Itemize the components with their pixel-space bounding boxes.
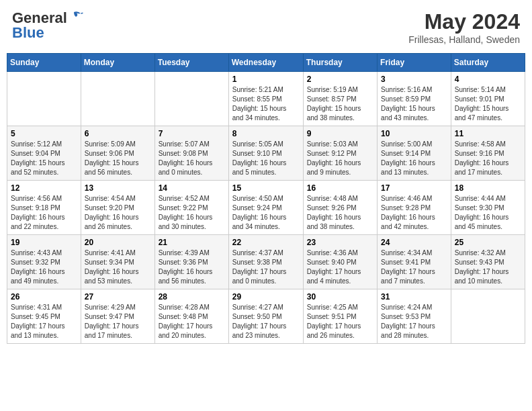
day-info: Sunrise: 4:41 AM Sunset: 9:34 PM Dayligh…: [85, 248, 151, 286]
day-info: Sunrise: 4:32 AM Sunset: 9:43 PM Dayligh…: [455, 248, 521, 286]
day-number: 27: [85, 292, 151, 302]
day-number: 10: [381, 129, 447, 138]
day-number: 28: [159, 292, 225, 302]
weekday-header-wednesday: Wednesday: [228, 54, 303, 72]
day-info: Sunrise: 4:34 AM Sunset: 9:41 PM Dayligh…: [381, 248, 447, 286]
day-number: 26: [11, 292, 77, 302]
weekday-header-thursday: Thursday: [303, 54, 377, 72]
day-info: Sunrise: 4:58 AM Sunset: 9:16 PM Dayligh…: [455, 140, 521, 177]
calendar-cell: 5Sunrise: 5:12 AM Sunset: 9:04 PM Daylig…: [7, 126, 81, 181]
calendar-cell: 9Sunrise: 5:03 AM Sunset: 9:12 PM Daylig…: [303, 126, 377, 181]
day-info: Sunrise: 4:27 AM Sunset: 9:50 PM Dayligh…: [232, 303, 300, 340]
day-info: Sunrise: 4:52 AM Sunset: 9:22 PM Dayligh…: [159, 194, 225, 232]
day-info: Sunrise: 5:03 AM Sunset: 9:12 PM Dayligh…: [307, 140, 373, 177]
day-number: 14: [159, 183, 225, 193]
day-info: Sunrise: 5:00 AM Sunset: 9:14 PM Dayligh…: [381, 140, 447, 177]
day-number: 3: [381, 75, 447, 84]
day-number: 29: [232, 292, 300, 302]
calendar-cell: 19Sunrise: 4:43 AM Sunset: 9:32 PM Dayli…: [7, 235, 81, 289]
day-number: 11: [455, 129, 521, 138]
day-number: 1: [232, 75, 300, 84]
day-number: 22: [232, 238, 300, 247]
calendar-cell: 7Sunrise: 5:07 AM Sunset: 9:08 PM Daylig…: [154, 126, 228, 181]
day-info: Sunrise: 5:07 AM Sunset: 9:08 PM Dayligh…: [159, 140, 225, 177]
day-number: 13: [85, 183, 151, 193]
logo: General Blue: [12, 9, 83, 42]
day-number: 21: [159, 238, 225, 247]
day-number: 15: [232, 183, 300, 193]
calendar-cell: 4Sunrise: 5:14 AM Sunset: 9:01 PM Daylig…: [451, 72, 525, 126]
day-info: Sunrise: 4:28 AM Sunset: 9:48 PM Dayligh…: [159, 303, 225, 340]
day-number: 17: [381, 183, 447, 193]
day-info: Sunrise: 5:16 AM Sunset: 8:59 PM Dayligh…: [381, 85, 447, 123]
calendar-week-row: 5Sunrise: 5:12 AM Sunset: 9:04 PM Daylig…: [7, 126, 525, 181]
day-info: Sunrise: 4:36 AM Sunset: 9:40 PM Dayligh…: [307, 248, 373, 286]
calendar-cell: 29Sunrise: 4:27 AM Sunset: 9:50 PM Dayli…: [228, 289, 303, 344]
calendar-cell: 31Sunrise: 4:24 AM Sunset: 9:53 PM Dayli…: [378, 289, 451, 344]
calendar-cell: 17Sunrise: 4:46 AM Sunset: 9:28 PM Dayli…: [378, 181, 451, 235]
calendar-cell: [451, 289, 525, 344]
calendar-cell: 12Sunrise: 4:56 AM Sunset: 9:18 PM Dayli…: [7, 181, 81, 235]
calendar-cell: [7, 72, 81, 126]
weekday-header-row: SundayMondayTuesdayWednesdayThursdayFrid…: [7, 54, 525, 72]
day-info: Sunrise: 5:14 AM Sunset: 9:01 PM Dayligh…: [455, 85, 521, 123]
day-number: 25: [455, 238, 521, 247]
calendar-cell: 20Sunrise: 4:41 AM Sunset: 9:34 PM Dayli…: [81, 235, 154, 289]
calendar-cell: 30Sunrise: 4:25 AM Sunset: 9:51 PM Dayli…: [303, 289, 377, 344]
day-number: 8: [232, 129, 300, 138]
day-info: Sunrise: 4:56 AM Sunset: 9:18 PM Dayligh…: [11, 194, 77, 232]
calendar-cell: 3Sunrise: 5:16 AM Sunset: 8:59 PM Daylig…: [378, 72, 451, 126]
calendar-cell: 14Sunrise: 4:52 AM Sunset: 9:22 PM Dayli…: [154, 181, 228, 235]
day-number: 7: [159, 129, 225, 138]
day-number: 9: [307, 129, 373, 138]
day-number: 30: [307, 292, 373, 302]
calendar-cell: 28Sunrise: 4:28 AM Sunset: 9:48 PM Dayli…: [154, 289, 228, 344]
calendar-cell: 10Sunrise: 5:00 AM Sunset: 9:14 PM Dayli…: [378, 126, 451, 181]
day-info: Sunrise: 4:50 AM Sunset: 9:24 PM Dayligh…: [232, 194, 300, 232]
day-number: 4: [455, 75, 521, 84]
day-info: Sunrise: 4:31 AM Sunset: 9:45 PM Dayligh…: [11, 303, 77, 340]
calendar-cell: 23Sunrise: 4:36 AM Sunset: 9:40 PM Dayli…: [303, 235, 377, 289]
weekday-header-friday: Friday: [378, 54, 451, 72]
weekday-header-tuesday: Tuesday: [154, 54, 228, 72]
calendar-cell: 21Sunrise: 4:39 AM Sunset: 9:36 PM Dayli…: [154, 235, 228, 289]
day-number: 18: [455, 183, 521, 193]
day-number: 6: [85, 129, 151, 138]
calendar-cell: 16Sunrise: 4:48 AM Sunset: 9:26 PM Dayli…: [303, 181, 377, 235]
day-number: 12: [11, 183, 77, 193]
day-info: Sunrise: 4:46 AM Sunset: 9:28 PM Dayligh…: [381, 194, 447, 232]
day-number: 23: [307, 238, 373, 247]
calendar-cell: 18Sunrise: 4:44 AM Sunset: 9:30 PM Dayli…: [451, 181, 525, 235]
calendar-table: SundayMondayTuesdayWednesdayThursdayFrid…: [7, 53, 525, 344]
month-title: May 2024: [408, 9, 520, 34]
calendar-cell: [81, 72, 154, 126]
title-section: May 2024 Frillesas, Halland, Sweden: [408, 9, 520, 45]
page-header: General Blue May 2024 Frillesas, Halland…: [7, 7, 525, 48]
day-info: Sunrise: 4:43 AM Sunset: 9:32 PM Dayligh…: [11, 248, 77, 286]
day-info: Sunrise: 5:19 AM Sunset: 8:57 PM Dayligh…: [307, 85, 373, 123]
day-number: 31: [381, 292, 447, 302]
calendar-cell: 25Sunrise: 4:32 AM Sunset: 9:43 PM Dayli…: [451, 235, 525, 289]
day-number: 20: [85, 238, 151, 247]
day-info: Sunrise: 5:21 AM Sunset: 8:55 PM Dayligh…: [232, 85, 300, 123]
day-info: Sunrise: 4:37 AM Sunset: 9:38 PM Dayligh…: [232, 248, 300, 286]
location-label: Frillesas, Halland, Sweden: [408, 34, 520, 45]
calendar-cell: 6Sunrise: 5:09 AM Sunset: 9:06 PM Daylig…: [81, 126, 154, 181]
day-info: Sunrise: 5:12 AM Sunset: 9:04 PM Dayligh…: [11, 140, 77, 177]
calendar-cell: 24Sunrise: 4:34 AM Sunset: 9:41 PM Dayli…: [378, 235, 451, 289]
day-info: Sunrise: 4:39 AM Sunset: 9:36 PM Dayligh…: [159, 248, 225, 286]
day-number: 19: [11, 238, 77, 247]
calendar-week-row: 12Sunrise: 4:56 AM Sunset: 9:18 PM Dayli…: [7, 181, 525, 235]
day-number: 5: [11, 129, 77, 138]
calendar-cell: [154, 72, 228, 126]
calendar-week-row: 19Sunrise: 4:43 AM Sunset: 9:32 PM Dayli…: [7, 235, 525, 289]
calendar-cell: 11Sunrise: 4:58 AM Sunset: 9:16 PM Dayli…: [451, 126, 525, 181]
calendar-week-row: 1Sunrise: 5:21 AM Sunset: 8:55 PM Daylig…: [7, 72, 525, 126]
calendar-week-row: 26Sunrise: 4:31 AM Sunset: 9:45 PM Dayli…: [7, 289, 525, 344]
calendar-cell: 8Sunrise: 5:05 AM Sunset: 9:10 PM Daylig…: [228, 126, 303, 181]
day-info: Sunrise: 4:29 AM Sunset: 9:47 PM Dayligh…: [85, 303, 151, 340]
calendar-cell: 1Sunrise: 5:21 AM Sunset: 8:55 PM Daylig…: [228, 72, 303, 126]
day-number: 24: [381, 238, 447, 247]
calendar-cell: 27Sunrise: 4:29 AM Sunset: 9:47 PM Dayli…: [81, 289, 154, 344]
calendar-cell: 15Sunrise: 4:50 AM Sunset: 9:24 PM Dayli…: [228, 181, 303, 235]
